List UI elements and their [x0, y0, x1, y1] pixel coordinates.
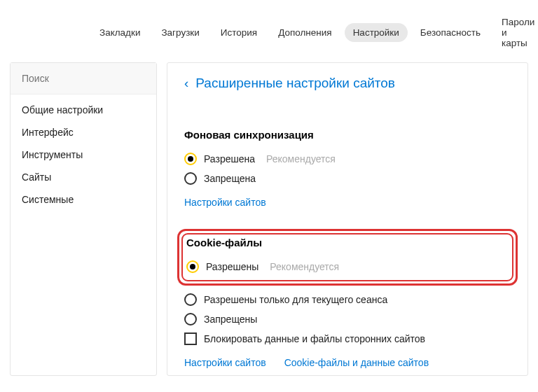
- nav-bookmarks[interactable]: Закладки: [91, 23, 149, 42]
- radio-icon[interactable]: [184, 153, 197, 165]
- radio-icon[interactable]: [186, 260, 199, 273]
- section-cookies: Cookie-файлы Разрешены Рекомендуется Раз…: [184, 229, 511, 368]
- sync-denied-label: Запрещена: [204, 173, 256, 184]
- sync-allowed-row[interactable]: Разрешена Рекомендуется: [184, 149, 511, 169]
- nav-settings[interactable]: Настройки: [345, 23, 408, 42]
- cookies-hint: Рекомендуется: [270, 261, 339, 272]
- cookies-block3rd-row[interactable]: Блокировать данные и файлы сторонних сай…: [184, 329, 511, 349]
- cookies-data-link[interactable]: Cookie-файлы и данные сайтов: [284, 357, 429, 368]
- cookies-sites-link[interactable]: Настройки сайтов: [184, 357, 266, 368]
- search-input[interactable]: [22, 73, 145, 84]
- nav-addons[interactable]: Дополнения: [270, 23, 340, 42]
- checkbox-icon[interactable]: [184, 332, 197, 345]
- cookies-session-row[interactable]: Разрешены только для текущего сеанса: [184, 290, 511, 309]
- sync-allowed-label: Разрешена: [204, 153, 255, 164]
- radio-icon[interactable]: [184, 172, 197, 185]
- radio-icon[interactable]: [184, 293, 197, 306]
- sidebar-item-tools[interactable]: Инструменты: [11, 144, 156, 166]
- search-cell: [11, 63, 156, 94]
- sync-denied-row[interactable]: Запрещена: [184, 169, 511, 188]
- nav-downloads[interactable]: Загрузки: [153, 23, 207, 42]
- nav-passwords[interactable]: Пароли и карты: [493, 13, 538, 52]
- top-nav: Закладки Загрузки История Дополнения Нас…: [0, 0, 538, 62]
- main-panel: ‹ Расширенные настройки сайтов Фоновая с…: [167, 62, 528, 376]
- cookies-title: Cookie-файлы: [186, 237, 509, 248]
- cookies-denied-row[interactable]: Запрещены: [184, 309, 511, 329]
- sidebar-item-general[interactable]: Общие настройки: [11, 99, 156, 121]
- nav-history[interactable]: История: [212, 23, 265, 42]
- cookies-allowed-row[interactable]: Разрешены Рекомендуется: [186, 257, 509, 276]
- back-link[interactable]: ‹ Расширенные настройки сайтов: [184, 76, 511, 91]
- sidebar: Общие настройки Интерфейс Инструменты Са…: [10, 62, 157, 376]
- sync-hint: Рекомендуется: [266, 153, 336, 164]
- cookies-block3rd-label: Блокировать данные и файлы сторонних сай…: [204, 333, 425, 344]
- cookies-session-label: Разрешены только для текущего сеанса: [204, 294, 387, 305]
- sync-sites-link[interactable]: Настройки сайтов: [184, 197, 266, 208]
- cookies-denied-label: Запрещены: [204, 314, 257, 325]
- sidebar-item-interface[interactable]: Интерфейс: [11, 121, 156, 144]
- cookies-allowed-label: Разрешены: [206, 261, 258, 272]
- sync-title: Фоновая синхронизация: [184, 129, 511, 141]
- highlight-box: Cookie-файлы Разрешены Рекомендуется: [177, 229, 518, 286]
- nav-security[interactable]: Безопасность: [412, 23, 489, 42]
- sidebar-item-sites[interactable]: Сайты: [11, 166, 156, 188]
- sidebar-item-system[interactable]: Системные: [11, 188, 156, 211]
- section-sync: Фоновая синхронизация Разрешена Рекоменд…: [184, 129, 511, 208]
- chevron-left-icon: ‹: [184, 76, 188, 91]
- radio-icon[interactable]: [184, 313, 197, 326]
- page-title: Расширенные настройки сайтов: [195, 76, 395, 91]
